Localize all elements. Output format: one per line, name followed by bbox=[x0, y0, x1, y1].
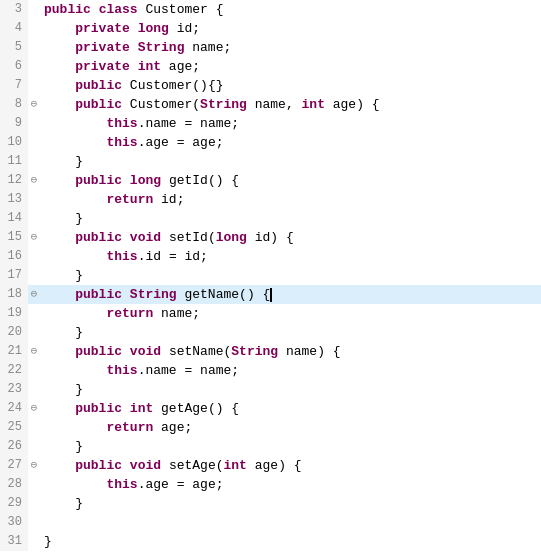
fold-indicator bbox=[28, 38, 40, 57]
fold-indicator bbox=[28, 247, 40, 266]
code-line: 25 return age; bbox=[0, 418, 541, 437]
line-number: 30 bbox=[0, 513, 28, 532]
text-cursor bbox=[270, 288, 272, 302]
fold-indicator bbox=[28, 209, 40, 228]
line-number: 6 bbox=[0, 57, 28, 76]
code-line: 18⊖ public String getName() { bbox=[0, 285, 541, 304]
line-content: this.age = age; bbox=[40, 133, 541, 152]
fold-indicator[interactable]: ⊖ bbox=[28, 456, 40, 475]
line-number: 27 bbox=[0, 456, 28, 475]
line-content: this.name = name; bbox=[40, 361, 541, 380]
line-number: 24 bbox=[0, 399, 28, 418]
line-number: 12 bbox=[0, 171, 28, 190]
fold-indicator bbox=[28, 513, 40, 532]
code-line: 30 bbox=[0, 513, 541, 532]
fold-indicator bbox=[28, 152, 40, 171]
fold-indicator bbox=[28, 19, 40, 38]
fold-indicator bbox=[28, 114, 40, 133]
line-content: } bbox=[40, 532, 541, 551]
fold-indicator bbox=[28, 475, 40, 494]
code-line: 15⊖ public void setId(long id) { bbox=[0, 228, 541, 247]
line-content: } bbox=[40, 494, 541, 513]
line-number: 31 bbox=[0, 532, 28, 551]
line-number: 3 bbox=[0, 0, 28, 19]
fold-indicator bbox=[28, 494, 40, 513]
fold-indicator[interactable]: ⊖ bbox=[28, 171, 40, 190]
line-content: public long getId() { bbox=[40, 171, 541, 190]
line-content: public void setAge(int age) { bbox=[40, 456, 541, 475]
line-content: } bbox=[40, 380, 541, 399]
line-number: 16 bbox=[0, 247, 28, 266]
code-line: 7 public Customer(){} bbox=[0, 76, 541, 95]
line-number: 20 bbox=[0, 323, 28, 342]
fold-indicator bbox=[28, 323, 40, 342]
line-content: public class Customer { bbox=[40, 0, 541, 19]
code-line: 3public class Customer { bbox=[0, 0, 541, 19]
line-number: 29 bbox=[0, 494, 28, 513]
line-content: private int age; bbox=[40, 57, 541, 76]
fold-indicator bbox=[28, 133, 40, 152]
fold-indicator bbox=[28, 266, 40, 285]
fold-indicator bbox=[28, 437, 40, 456]
line-content: } bbox=[40, 437, 541, 456]
line-content: public Customer(String name, int age) { bbox=[40, 95, 541, 114]
fold-indicator[interactable]: ⊖ bbox=[28, 95, 40, 114]
code-line: 8⊖ public Customer(String name, int age)… bbox=[0, 95, 541, 114]
line-number: 21 bbox=[0, 342, 28, 361]
code-line: 19 return name; bbox=[0, 304, 541, 323]
fold-indicator bbox=[28, 190, 40, 209]
code-line: 4 private long id; bbox=[0, 19, 541, 38]
fold-indicator[interactable]: ⊖ bbox=[28, 399, 40, 418]
fold-indicator bbox=[28, 418, 40, 437]
code-line: 31} bbox=[0, 532, 541, 551]
line-number: 28 bbox=[0, 475, 28, 494]
code-line: 11 } bbox=[0, 152, 541, 171]
line-content: return name; bbox=[40, 304, 541, 323]
code-line: 17 } bbox=[0, 266, 541, 285]
line-content: return id; bbox=[40, 190, 541, 209]
code-line: 23 } bbox=[0, 380, 541, 399]
line-number: 15 bbox=[0, 228, 28, 247]
code-line: 28 this.age = age; bbox=[0, 475, 541, 494]
fold-indicator[interactable]: ⊖ bbox=[28, 228, 40, 247]
line-content: public int getAge() { bbox=[40, 399, 541, 418]
fold-indicator[interactable]: ⊖ bbox=[28, 285, 40, 304]
line-number: 17 bbox=[0, 266, 28, 285]
line-content: } bbox=[40, 209, 541, 228]
code-line: 21⊖ public void setName(String name) { bbox=[0, 342, 541, 361]
line-content: this.id = id; bbox=[40, 247, 541, 266]
code-line: 29 } bbox=[0, 494, 541, 513]
line-number: 14 bbox=[0, 209, 28, 228]
code-line: 10 this.age = age; bbox=[0, 133, 541, 152]
line-number: 19 bbox=[0, 304, 28, 323]
line-content: public void setId(long id) { bbox=[40, 228, 541, 247]
line-content: public String getName() { bbox=[40, 285, 541, 304]
fold-indicator[interactable]: ⊖ bbox=[28, 342, 40, 361]
code-editor: 3public class Customer {4 private long i… bbox=[0, 0, 541, 556]
code-line: 22 this.name = name; bbox=[0, 361, 541, 380]
code-line: 13 return id; bbox=[0, 190, 541, 209]
line-number: 10 bbox=[0, 133, 28, 152]
fold-indicator bbox=[28, 57, 40, 76]
line-content: return age; bbox=[40, 418, 541, 437]
line-number: 13 bbox=[0, 190, 28, 209]
line-number: 23 bbox=[0, 380, 28, 399]
line-number: 8 bbox=[0, 95, 28, 114]
fold-indicator bbox=[28, 76, 40, 95]
fold-indicator bbox=[28, 0, 40, 19]
code-line: 16 this.id = id; bbox=[0, 247, 541, 266]
line-number: 9 bbox=[0, 114, 28, 133]
code-line: 14 } bbox=[0, 209, 541, 228]
line-content: } bbox=[40, 152, 541, 171]
line-content: private long id; bbox=[40, 19, 541, 38]
line-number: 7 bbox=[0, 76, 28, 95]
line-number: 26 bbox=[0, 437, 28, 456]
code-line: 26 } bbox=[0, 437, 541, 456]
line-content: public void setName(String name) { bbox=[40, 342, 541, 361]
line-content: private String name; bbox=[40, 38, 541, 57]
line-content: public Customer(){} bbox=[40, 76, 541, 95]
line-number: 11 bbox=[0, 152, 28, 171]
code-line: 5 private String name; bbox=[0, 38, 541, 57]
line-number: 18 bbox=[0, 285, 28, 304]
line-number: 25 bbox=[0, 418, 28, 437]
